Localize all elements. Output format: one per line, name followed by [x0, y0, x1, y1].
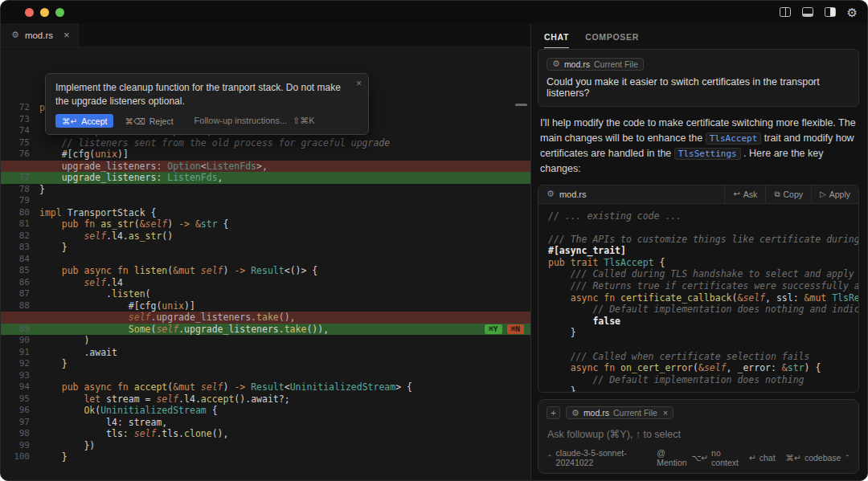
tab-chat[interactable]: CHAT [544, 25, 569, 48]
code-line: false [548, 316, 858, 328]
line-number: 82 [1, 230, 30, 243]
code-line: upgrade_listeners: Option<ListenFds>, [1, 161, 530, 173]
code-line: 84 [1, 254, 530, 266]
file-context-chip[interactable]: ⚙ mod.rs Current File × [566, 406, 674, 419]
chat-tab-bar: CHAT COMPOSER [538, 23, 859, 49]
line-number: 79 [1, 195, 30, 207]
chat-input[interactable]: + ⚙ mod.rs Current File × Ask followup (… [538, 399, 859, 474]
code-line: 91 .await [1, 347, 530, 359]
ask-button[interactable]: ↩ Ask [724, 185, 765, 203]
copy-icon: ⧉ [774, 190, 780, 199]
line-number [1, 161, 30, 173]
app-window: ⚙ ⚙ mod.rs × 72pub(crate) struct Transpo… [0, 0, 868, 481]
line-number: 88 [1, 300, 30, 312]
copy-label: Copy [784, 190, 804, 199]
code-line: /// Called during TLS handshake to selec… [548, 268, 858, 280]
traffic-lights [25, 8, 64, 17]
code-line: /// Returns true if certificates were su… [548, 280, 858, 292]
code-editor[interactable]: 72pub(crate) struct TransportStack {73 l… [1, 47, 530, 480]
accept-button[interactable]: ⌘↵ Accept [55, 114, 113, 128]
chat-submit-hint[interactable]: ↵ chat [749, 453, 776, 463]
code-line: /// Called when certificate selection fa… [548, 351, 858, 363]
line-number: 94 [1, 381, 30, 393]
copy-button[interactable]: ⧉ Copy [765, 185, 811, 203]
line-number: 76 [1, 149, 30, 161]
tab-composer[interactable]: COMPOSER [585, 25, 639, 47]
line-number: 75 [1, 137, 30, 149]
chat-input-placeholder[interactable]: Ask followup (⌘Y), ↑ to select [547, 428, 850, 440]
chip-close-icon[interactable]: × [663, 408, 668, 418]
line-number: 78 [1, 184, 30, 196]
code-line: 99 }) [1, 440, 530, 452]
line-number: 73 [1, 114, 30, 126]
codebase-hint[interactable]: ⌘↵ codebase ⌃ [786, 453, 850, 463]
play-icon: ▷ [820, 190, 826, 198]
ask-label: Ask [743, 190, 758, 199]
model-name: claude-3-5-sonnet-20241022 [556, 448, 646, 467]
add-context-button[interactable]: + [547, 406, 560, 419]
inline-ai-prompt: × Implement the cleanup function for the… [45, 73, 369, 135]
line-number: 99 [1, 440, 30, 452]
followup-shortcut: ⇧⌘K [293, 116, 315, 126]
close-window-button[interactable] [25, 8, 34, 17]
codebase-label: codebase [805, 453, 841, 463]
line-number: 92 [1, 358, 30, 370]
line-number: 85 [1, 265, 30, 277]
line-number: 83 [1, 242, 30, 254]
line-number: 98 [1, 428, 30, 440]
code-line: 98 tls: self.tls.clone(), [1, 428, 530, 440]
line-number: 95 [1, 393, 30, 406]
code-line: 96 Ok(UninitializedStream { [1, 405, 530, 417]
rust-file-icon: ⚙ [11, 31, 19, 39]
settings-gear-icon[interactable]: ⚙ [847, 6, 858, 18]
model-selector[interactable]: ⌃ claude-3-5-sonnet-20241022 [547, 448, 645, 467]
chevron-up-icon: ⌃ [547, 454, 553, 462]
followup-label: Follow-up instructions... [194, 116, 288, 126]
code-line: 97 l4: stream, [1, 417, 530, 429]
rust-file-icon: ⚙ [571, 409, 579, 418]
zoom-window-button[interactable] [55, 8, 64, 17]
code-line: 88 #[cfg(unix)] [1, 300, 530, 312]
rust-file-icon: ⚙ [552, 59, 560, 68]
apply-button[interactable]: ▷ Apply [811, 185, 858, 203]
user-message: ⚙ mod.rs Current File Could you make it … [538, 49, 859, 107]
code-line [548, 339, 858, 351]
toggle-panel-icon[interactable] [802, 7, 813, 17]
line-number: 91 [1, 347, 30, 359]
codebase-shortcut: ⌘↵ [786, 453, 801, 463]
inline-code: TlsAccept [706, 132, 762, 145]
code-line: 81 pub fn as_str(&self) -> &str { [1, 218, 530, 230]
code-block-filename: mod.rs [559, 190, 587, 199]
toggle-sidebar-icon[interactable] [825, 7, 836, 17]
mention-button[interactable]: @ Mention [657, 448, 691, 467]
file-context-chip[interactable]: ⚙ mod.rs Current File [547, 58, 644, 71]
tab-close-icon[interactable]: × [63, 29, 70, 41]
diff-accept-badge[interactable]: ⌘Y [485, 324, 502, 335]
line-number: 96 [1, 405, 30, 417]
chat-label: chat [760, 453, 776, 463]
reject-label: Reject [149, 116, 174, 126]
code-line: 76 #[cfg(unix)] [1, 149, 530, 161]
tab-mod-rs[interactable]: ⚙ mod.rs × [1, 23, 79, 47]
diff-reject-badge[interactable]: ⌘N [507, 324, 524, 335]
followup-instructions-button[interactable]: Follow-up instructions... ⇧⌘K [194, 116, 315, 126]
apply-label: Apply [829, 190, 850, 199]
scrollbar-thumb[interactable] [515, 104, 527, 106]
line-number [1, 312, 30, 324]
reject-shortcut: ⌘⌫ [125, 116, 145, 126]
line-number: 72 [1, 102, 30, 114]
line-number: 84 [1, 254, 30, 266]
accept-shortcut: ⌘↵ [62, 116, 77, 126]
chip-file-name: mod.rs [564, 59, 590, 69]
minimize-window-button[interactable] [40, 8, 49, 17]
no-context-hint[interactable]: ⌥↵ no context [691, 448, 739, 467]
close-icon[interactable]: × [356, 78, 362, 89]
chip-file-name: mod.rs [583, 408, 609, 418]
code-line: 78} [1, 184, 530, 196]
code-line: async fn certificate_callback(&self, ssl… [548, 292, 858, 304]
reject-button[interactable]: ⌘⌫ Reject [125, 116, 173, 126]
assistant-message-text: I'll help modify the code to make certif… [540, 116, 857, 177]
inline-prompt-text: Implement the cleanup function for the t… [55, 81, 358, 108]
code-line: pub trait TlsAccept { [548, 257, 858, 269]
split-editor-icon[interactable] [780, 7, 791, 17]
